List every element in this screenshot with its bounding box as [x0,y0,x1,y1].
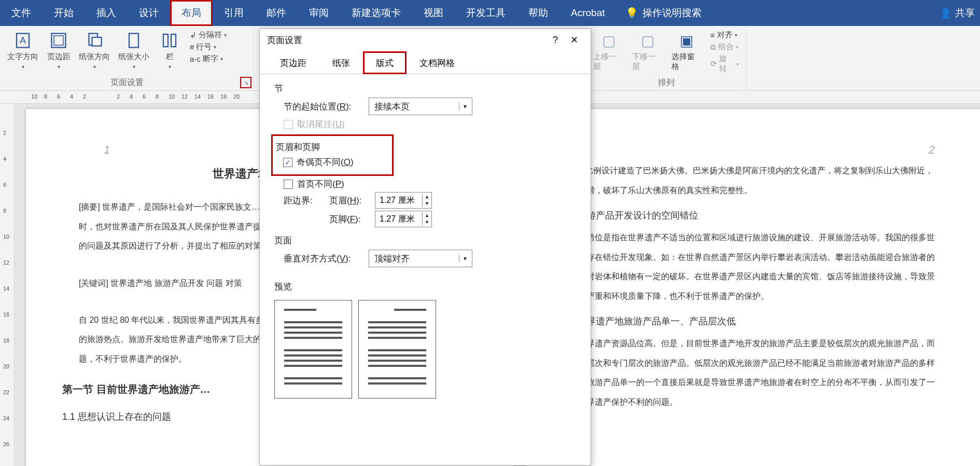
align-label: 对齐 [717,30,733,40]
tell-me-search[interactable]: 💡 操作说明搜索 [616,0,711,26]
spin-up-icon[interactable]: ▲ [423,194,431,200]
subsection-heading: 2.3 世界遗产地旅游产品单一、产品层次低 [562,312,976,332]
dialog-tab-margins[interactable]: 页边距 [267,51,319,74]
header-distance-label: 页眉(H): [329,195,366,207]
checkbox-icon: ✓ [283,158,292,167]
ruler-tick: 2 [83,93,86,100]
breaks-button[interactable]: ↲分隔符▾ [187,29,230,41]
footer-distance-spinner[interactable]: ▲▼ [375,211,432,227]
ruler-tick: 14 [194,93,201,100]
paragraph: 国的世界遗产资源品位高。但是，目前世界遗产地开发的旅游产品主要是较低层次的观光旅… [562,335,976,352]
ruler-tick: 2 [3,130,6,136]
tab-help[interactable]: 帮助 [517,0,559,26]
line-numbers-button[interactable]: #行号▾ [187,41,230,53]
preview-page-left [274,300,352,399]
ruler-tick: 8 [44,93,47,100]
group-label: 组合 [718,42,734,52]
svg-rect-8 [171,34,176,47]
spin-down-icon[interactable]: ▼ [423,219,431,226]
page-setup-group-label: 页面设置 ↘ [0,75,254,90]
ruler-tick: 10 [169,93,175,100]
chevron-down-icon: ▾ [169,64,171,70]
ribbon-group-arrange: ▢ 上移一层 ▢ 下移一层 ▣ 选择窗格 ≡对齐▾ ⧉组合▾ ⟳旋转▾ 排列 [586,26,747,90]
preview-area [274,300,576,399]
tab-acrobat[interactable]: Acrobat [559,0,616,26]
page-group-label: 页面 [274,235,576,246]
arrange-group-label: 排列 [586,75,746,90]
footer-distance-input[interactable] [375,211,422,227]
size-button[interactable]: 纸张大小 ▾ [115,29,152,72]
tab-review[interactable]: 审阅 [298,0,340,26]
section-start-value: 接续本页 [374,101,410,113]
ruler-tick: 6 [3,182,6,188]
margins-button[interactable]: 页边距 ▾ [44,29,74,72]
dialog-help-button[interactable]: ? [545,35,565,46]
line-numbers-icon: # [190,43,194,51]
size-label: 纸张大小 [118,52,149,62]
tab-mailings[interactable]: 邮件 [255,0,298,26]
align-button[interactable]: ≡对齐▾ [707,29,742,41]
page-2[interactable]: 2 ：1 的比例设计建造了巴米扬大佛。巴米扬大佛是阿富汗境内的文化遗产，将之复制… [525,109,980,466]
spin-down-icon[interactable]: ▼ [423,200,431,207]
columns-label: 栏 [166,52,174,62]
tab-newtab[interactable]: 新建选项卡 [340,0,412,26]
valign-select[interactable]: 顶端对齐 ▾ [369,250,472,267]
tab-developer[interactable]: 开发工具 [455,0,517,26]
odd-even-checkbox[interactable]: ✓ 奇偶页不同(O) [283,156,390,168]
ruler-tick: 4 [130,93,133,100]
valign-value: 顶端对齐 [374,253,410,265]
chevron-down-icon: ▾ [459,103,467,110]
chevron-down-icon: ▾ [459,255,467,262]
tab-view[interactable]: 视图 [412,0,455,26]
chevron-down-icon: ▾ [133,64,135,70]
tab-file[interactable]: 文件 [0,0,43,26]
chevron-down-icon: ▾ [58,64,60,70]
section-start-select[interactable]: 接续本页 ▾ [369,98,472,115]
dialog-tab-layout[interactable]: 版式 [363,51,407,74]
paragraph: 遗产都存在错位开发现象。如：在世界自然遗产景区内举行攀岩表演活动。攀岩活动虽能迎… [562,249,976,266]
columns-button[interactable]: 栏 ▾ [155,29,185,72]
line-numbers-label: 行号 [196,42,212,52]
ruler-tick: 8 [3,208,6,214]
send-backward-icon: ▢ [638,31,657,50]
tab-insert[interactable]: 插入 [85,0,128,26]
section-start-label: 节的起始位置(R): [284,101,361,113]
hyphenation-button[interactable]: a-c断字▾ [187,53,230,65]
header-footer-group-label: 页眉和页脚 [276,141,390,153]
spin-up-icon[interactable]: ▲ [423,212,431,219]
chevron-down-icon: ▾ [93,64,96,70]
page-setup-launcher[interactable]: ↘ [240,77,251,88]
ribbon-group-page-setup: A 文字方向 ▾ 页边距 ▾ 纸张方向 ▾ 纸张大小 ▾ 栏 [0,26,254,90]
header-footer-highlight: 页眉和页脚 ✓ 奇偶页不同(O) [271,134,394,176]
dialog-body: 节 节的起始位置(R): 接续本页 ▾ 取消尾注(U) 页眉和页脚 ✓ 奇偶页不… [260,74,591,465]
first-page-checkbox[interactable]: 首页不同(P) [284,178,576,190]
selection-pane-button[interactable]: ▣ 选择窗格 [668,29,705,74]
orientation-button[interactable]: 纸张方向 ▾ [76,29,113,72]
ruler-tick: 4 [3,156,6,162]
tab-layout[interactable]: 布局 [170,0,213,26]
bring-forward-button[interactable]: ▢ 上移一层 [590,29,627,74]
send-backward-button[interactable]: ▢ 下移一层 [629,29,666,74]
svg-rect-5 [92,37,102,46]
size-icon [124,31,143,50]
svg-rect-6 [129,34,138,48]
group-button[interactable]: ⧉组合▾ [707,41,742,53]
dialog-close-button[interactable]: ✕ [565,34,583,46]
tab-design[interactable]: 设计 [128,0,170,26]
dialog-tab-paper[interactable]: 纸张 [319,51,363,74]
tab-home[interactable]: 开始 [43,0,85,26]
ruler-tick: 10 [3,234,9,240]
share-button[interactable]: 👤 共享 [934,0,980,26]
text-direction-button[interactable]: A 文字方向 ▾ [4,29,41,72]
header-distance-spinner[interactable]: ▲▼ [375,192,432,209]
header-distance-input[interactable] [375,193,422,208]
dialog-tab-grid[interactable]: 文档网格 [407,51,468,74]
checkbox-icon [284,180,293,189]
vertical-ruler[interactable]: 2 4 6 8 10 12 14 16 18 20 22 24 26 28 [0,104,15,466]
tab-references[interactable]: 引用 [213,0,255,26]
rotate-button[interactable]: ⟳旋转▾ [707,53,742,75]
ruler-tick: 14 [3,285,9,292]
paragraph: 及不和谐，破坏了乐山大佛原有的真实性和完整性。 [562,182,976,199]
checkbox-icon [284,120,293,129]
ruler-tick: 8 [156,93,159,100]
